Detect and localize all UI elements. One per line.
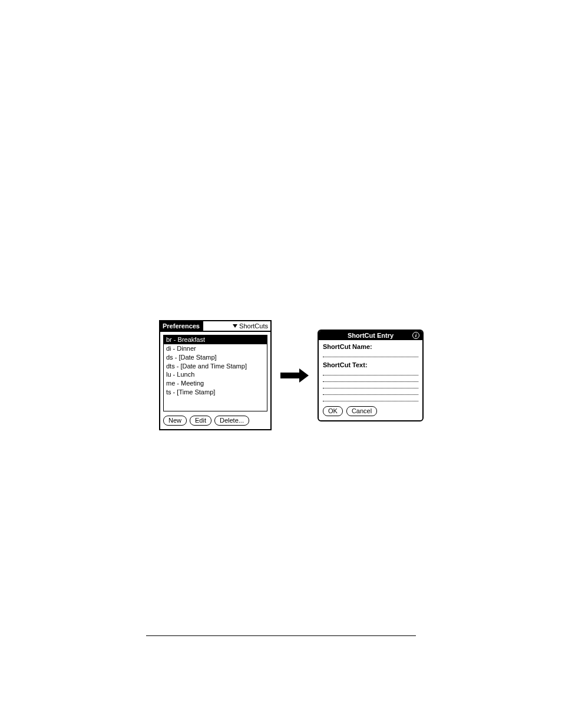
shortcut-text-input[interactable] (323, 396, 418, 401)
list-item[interactable]: me - Meeting (164, 379, 267, 388)
shortcut-name-input[interactable] (323, 351, 418, 357)
horizontal-rule (146, 635, 416, 636)
shortcut-name-label: ShortCut Name: (323, 343, 418, 350)
new-button[interactable]: New (163, 416, 187, 426)
list-item[interactable]: dts - [Date and Time Stamp] (164, 362, 267, 371)
edit-button[interactable]: Edit (190, 416, 211, 426)
preferences-window: Preferences ShortCuts br - Breakfast di … (159, 320, 272, 430)
list-item[interactable]: di - Dinner (164, 344, 267, 353)
preferences-category-menu[interactable]: ShortCuts (230, 322, 270, 330)
info-icon[interactable]: i (412, 332, 419, 339)
shortcut-entry-titlebar: ShortCut Entry i (319, 331, 422, 340)
cancel-button[interactable]: Cancel (346, 406, 377, 416)
shortcut-text-input[interactable] (323, 389, 418, 395)
shortcut-text-input[interactable] (323, 370, 418, 375)
list-item[interactable]: br - Breakfast (164, 335, 267, 344)
list-item[interactable]: ts - [Time Stamp] (164, 388, 267, 397)
list-item[interactable]: lu - Lunch (164, 370, 267, 379)
shortcuts-list[interactable]: br - Breakfast di - Dinner ds - [Date St… (163, 335, 267, 411)
dropdown-triangle-icon (233, 324, 237, 328)
shortcut-text-input[interactable] (323, 383, 418, 388)
shortcut-entry-dialog: ShortCut Entry i ShortCut Name: ShortCut… (318, 330, 424, 421)
arrow-icon (280, 368, 309, 383)
shortcut-text-input[interactable] (323, 376, 418, 382)
preferences-titlebar: Preferences ShortCuts (160, 321, 270, 332)
shortcut-entry-title: ShortCut Entry (348, 332, 394, 339)
preferences-menu-label: ShortCuts (239, 322, 268, 330)
shortcut-text-label: ShortCut Text: (323, 361, 418, 368)
delete-button[interactable]: Delete... (214, 416, 249, 426)
ok-button[interactable]: OK (323, 406, 343, 416)
preferences-title: Preferences (160, 321, 203, 331)
list-item[interactable]: ds - [Date Stamp] (164, 353, 267, 362)
preferences-button-row: New Edit Delete... (160, 413, 270, 429)
shortcut-entry-button-row: OK Cancel (323, 406, 418, 416)
